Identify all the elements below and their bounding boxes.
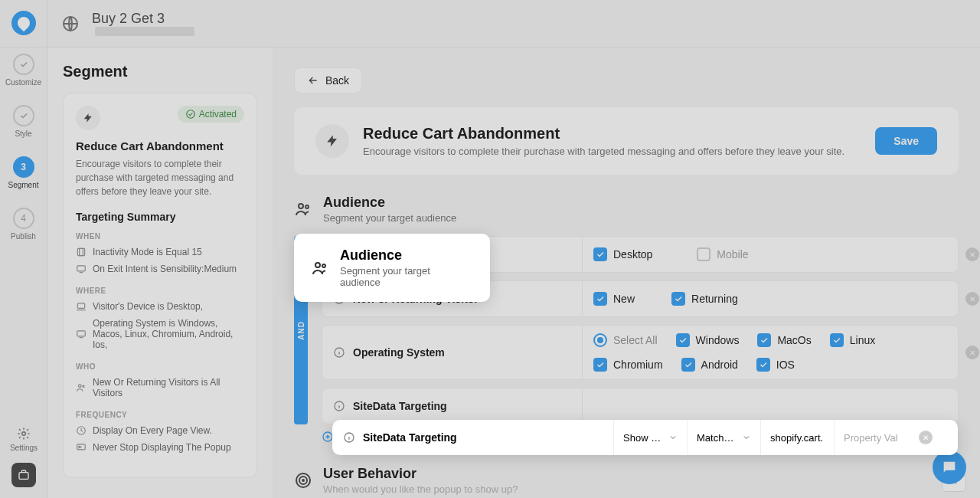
svg-rect-6 — [77, 266, 86, 271]
svg-rect-7 — [77, 303, 84, 308]
rule-sitedata-highlight: SiteData Targeting Show … Match… ✕ — [332, 420, 958, 455]
info-icon[interactable] — [343, 431, 355, 444]
svg-point-3 — [186, 110, 194, 119]
svg-point-13 — [299, 204, 303, 208]
activated-badge: Activated — [178, 106, 244, 123]
chat-fab[interactable] — [933, 450, 966, 484]
svg-point-22 — [302, 480, 304, 481]
people-icon — [294, 200, 312, 218]
remove-rule-button[interactable]: ✕ — [965, 292, 979, 306]
checkbox-android[interactable]: Android — [681, 358, 738, 372]
svg-rect-5 — [80, 248, 83, 255]
summary-row: Display On Every Page View. — [76, 425, 244, 436]
info-icon[interactable] — [333, 400, 345, 412]
svg-point-24 — [322, 264, 325, 267]
summary-row: Operating System is Windows, Macos, Linu… — [76, 318, 244, 350]
info-icon[interactable] — [333, 346, 345, 359]
sitedata-property-input[interactable] — [761, 420, 835, 455]
checkbox-returning[interactable]: Returning — [671, 292, 738, 306]
step-customize[interactable]: Customize — [5, 54, 41, 87]
topbar: Buy 2 Get 3 — [0, 0, 980, 48]
checkbox-linux[interactable]: Linux — [830, 333, 875, 347]
step-style[interactable]: Style — [13, 105, 34, 138]
sitedata-match-select[interactable]: Match… — [688, 420, 761, 455]
remove-rule-button[interactable]: ✕ — [919, 431, 933, 444]
chat-icon — [941, 459, 958, 476]
summary-card-desc: Encourage visitors to complete their pur… — [76, 157, 244, 198]
check-circle-icon — [185, 109, 196, 120]
settings-link[interactable]: Settings — [10, 427, 38, 452]
sitedata-value-input[interactable] — [835, 420, 908, 455]
svg-rect-4 — [77, 248, 84, 255]
target-icon — [294, 471, 312, 490]
svg-rect-2 — [19, 473, 28, 480]
segment-side-panel: Segment Activated Reduce Cart Abandonmen… — [47, 48, 273, 498]
bolt-icon — [315, 124, 349, 158]
back-button[interactable]: Back — [294, 67, 362, 93]
remove-rule-button[interactable]: ✕ — [965, 247, 979, 261]
radio-select-all[interactable]: Select All — [593, 333, 658, 347]
summary-card-title: Reduce Cart Abandonment — [76, 139, 244, 152]
app-logo[interactable] — [11, 11, 36, 35]
chevron-down-icon — [742, 433, 751, 442]
svg-point-9 — [79, 385, 82, 388]
summary-row: On Exit Intent is Sensibility:Medium — [76, 264, 244, 274]
rule-sitedata: SiteData Targeting — [322, 388, 959, 424]
briefcase-button[interactable] — [11, 463, 36, 487]
step-segment[interactable]: 3 Segment — [8, 156, 38, 189]
arrow-left-icon — [307, 74, 319, 87]
summary-row: Visitor's Device is Desktop, — [76, 301, 244, 312]
checkbox-desktop[interactable]: Desktop — [593, 247, 652, 261]
remove-rule-button[interactable]: ✕ — [965, 346, 979, 359]
svg-point-14 — [305, 205, 309, 208]
checkbox-mobile[interactable]: Mobile — [697, 247, 748, 261]
audience-header: Audience Segment your target audience — [294, 195, 959, 224]
step-publish[interactable]: 4 Publish — [11, 208, 36, 241]
summary-row: Inactivity Mode is Equal 15 — [76, 247, 244, 257]
briefcase-icon — [18, 469, 30, 481]
hero-desc: Encourage visitors to complete their pur… — [363, 146, 844, 157]
checkbox-ios[interactable]: IOS — [756, 358, 795, 372]
campaign-title: Buy 2 Get 3 — [92, 11, 194, 27]
summary-row: New Or Returning Visitors is All Visitor… — [76, 377, 244, 398]
campaign-url-placeholder — [95, 27, 194, 36]
sitedata-show-select[interactable]: Show … — [614, 420, 688, 455]
user-behavior-header: User Behavior When would you like the po… — [294, 466, 959, 495]
chevron-down-icon — [668, 433, 678, 442]
svg-point-23 — [315, 263, 320, 267]
hero-card: Reduce Cart Abandonment Encourage visito… — [294, 107, 959, 175]
gear-icon — [17, 427, 31, 441]
summary-card: Activated Reduce Cart Abandonment Encour… — [63, 93, 257, 478]
audience-header-highlight: Audience Segment your target audience — [294, 234, 490, 302]
checkbox-macos[interactable]: MacOs — [757, 333, 811, 347]
svg-rect-8 — [77, 331, 86, 336]
svg-point-1 — [22, 432, 26, 436]
hero-title: Reduce Cart Abandonment — [363, 125, 844, 143]
rule-operating-system: Operating System Select All Windows MacO… — [322, 325, 959, 380]
svg-point-10 — [83, 385, 84, 387]
globe-icon — [61, 15, 80, 33]
people-icon — [311, 259, 329, 277]
bolt-icon — [76, 106, 100, 130]
targeting-summary-heading: Targeting Summary — [76, 211, 244, 223]
left-nav-rail: Customize Style 3 Segment 4 Publish Sett… — [0, 0, 47, 498]
checkbox-new[interactable]: New — [593, 292, 635, 306]
save-button[interactable]: Save — [875, 127, 937, 155]
checkbox-windows[interactable]: Windows — [676, 333, 740, 347]
checkbox-chromium[interactable]: Chromium — [593, 358, 663, 372]
panel-title: Segment — [63, 63, 257, 80]
summary-row: Never Stop Displaying The Popup — [76, 442, 244, 453]
